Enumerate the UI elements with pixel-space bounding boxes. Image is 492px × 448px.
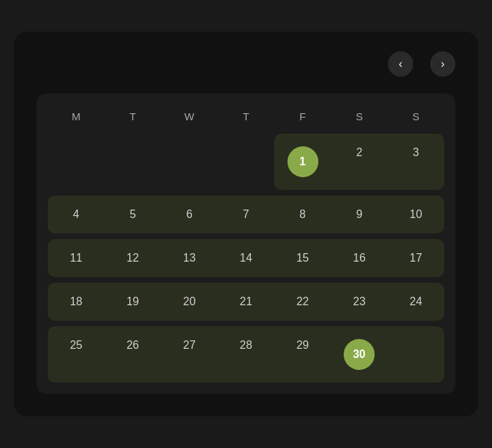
day-headers-row: MTWTFSS xyxy=(48,105,444,128)
day-cell-3: 3 xyxy=(387,134,444,190)
day-cell-12: 12 xyxy=(105,239,162,277)
day-cell-26: 26 xyxy=(105,326,162,383)
day-header-f: F xyxy=(274,105,331,128)
day-circle-1[interactable]: 1 xyxy=(287,146,318,177)
day-cell-17: 17 xyxy=(387,239,444,277)
day-cell-16: 16 xyxy=(331,239,388,277)
day-cell-empty-6 xyxy=(387,326,444,383)
day-cell-6: 6 xyxy=(161,196,218,233)
day-cell-empty-0 xyxy=(48,134,105,190)
prev-month-button[interactable]: ‹ xyxy=(388,51,413,77)
weeks-container: 1234567891011121314151617181920212223242… xyxy=(48,134,444,383)
day-cell-28: 28 xyxy=(218,326,275,383)
day-cell-7: 7 xyxy=(218,196,275,233)
day-cell-21: 21 xyxy=(218,283,275,321)
day-header-t: T xyxy=(218,105,275,128)
day-cell-11: 11 xyxy=(48,239,105,277)
day-cell-29: 29 xyxy=(274,326,331,383)
day-cell-19: 19 xyxy=(105,283,162,321)
week-row-3: 11121314151617 xyxy=(48,239,444,277)
day-cell-22: 22 xyxy=(274,283,331,321)
day-header-s: S xyxy=(387,105,444,128)
day-circle-30[interactable]: 30 xyxy=(344,339,375,370)
day-cell-1: 1 xyxy=(274,134,331,190)
day-cell-14: 14 xyxy=(218,239,275,277)
day-cell-24: 24 xyxy=(387,283,444,321)
calendar-grid: MTWTFSS 12345678910111213141516171819202… xyxy=(37,94,455,394)
goal-calendar-card: ‹ › MTWTFSS 1234567891011121314151617181… xyxy=(14,32,478,416)
day-cell-empty-1 xyxy=(105,134,162,190)
day-header-t: T xyxy=(105,105,162,128)
week-row-2: 45678910 xyxy=(48,196,444,233)
week-row-4: 18192021222324 xyxy=(48,283,444,321)
day-cell-20: 20 xyxy=(161,283,218,321)
day-cell-10: 10 xyxy=(387,196,444,233)
day-cell-15: 15 xyxy=(274,239,331,277)
day-header-s: S xyxy=(331,105,388,128)
calendar-header: ‹ › xyxy=(37,51,455,77)
day-cell-empty-2 xyxy=(161,134,218,190)
day-header-w: W xyxy=(161,105,218,128)
month-navigation: ‹ › xyxy=(388,51,455,77)
day-cell-13: 13 xyxy=(161,239,218,277)
day-cell-25: 25 xyxy=(48,326,105,383)
day-cell-9: 9 xyxy=(331,196,388,233)
day-cell-4: 4 xyxy=(48,196,105,233)
week-row-1: 123 xyxy=(48,134,444,190)
day-cell-18: 18 xyxy=(48,283,105,321)
day-cell-27: 27 xyxy=(161,326,218,383)
day-cell-empty-3 xyxy=(218,134,275,190)
day-cell-2: 2 xyxy=(331,134,388,190)
day-cell-23: 23 xyxy=(331,283,388,321)
day-cell-5: 5 xyxy=(105,196,162,233)
week-row-5: 252627282930 xyxy=(48,326,444,383)
day-cell-8: 8 xyxy=(274,196,331,233)
day-header-m: M xyxy=(48,105,105,128)
next-month-button[interactable]: › xyxy=(430,51,455,77)
day-cell-30: 30 xyxy=(331,326,388,383)
